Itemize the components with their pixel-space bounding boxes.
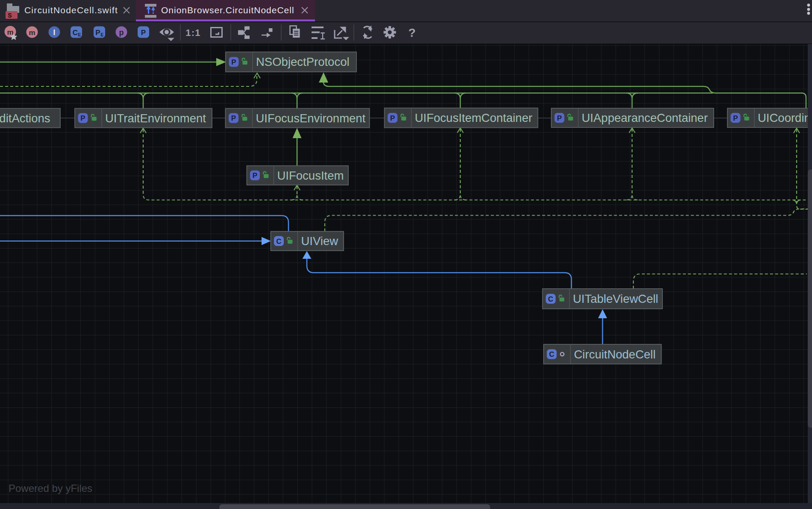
svg-text:E: E <box>100 32 103 37</box>
svg-text:m: m <box>7 28 13 36</box>
svg-text:P: P <box>231 114 236 122</box>
svg-text:UIFocusItemContainer: UIFocusItemContainer <box>415 111 533 124</box>
svg-text:P: P <box>141 29 146 37</box>
svg-text:CircuitNodeCell.swift: CircuitNodeCell.swift <box>24 5 118 15</box>
svg-text:P: P <box>80 114 85 122</box>
svg-text:OnionBrowser.CircuitNodeCell: OnionBrowser.CircuitNodeCell <box>161 5 294 15</box>
svg-text:C: C <box>276 237 281 246</box>
svg-text:C: C <box>73 29 78 37</box>
svg-text:P: P <box>557 114 562 122</box>
svg-text:CircuitNodeCell: CircuitNodeCell <box>574 348 656 361</box>
svg-text:UICoordinateSpace: UICoordinateSpace <box>758 111 812 124</box>
svg-text:?: ? <box>408 26 415 39</box>
svg-text:P: P <box>390 114 395 122</box>
svg-text:m: m <box>29 29 35 37</box>
svg-text:UIAppearanceContainer: UIAppearanceContainer <box>582 111 708 124</box>
svg-text:EditActions: EditActions <box>0 112 50 125</box>
svg-text:UIFocusEnvironment: UIFocusEnvironment <box>256 112 366 125</box>
svg-text:P: P <box>733 114 738 122</box>
svg-text:UIView: UIView <box>301 234 338 248</box>
svg-text:C: C <box>548 295 553 303</box>
svg-text:S: S <box>8 12 12 19</box>
svg-text:UITableViewCell: UITableViewCell <box>573 292 659 305</box>
svg-text:P: P <box>253 172 257 180</box>
svg-text:UITraitEnvironment: UITraitEnvironment <box>105 112 206 125</box>
svg-text:C: C <box>549 350 554 358</box>
svg-text:I: I <box>53 28 56 37</box>
svg-text:UIFocusItem: UIFocusItem <box>277 169 344 182</box>
svg-text:1:1: 1:1 <box>185 27 200 38</box>
svg-text:p: p <box>119 28 124 37</box>
svg-text:E: E <box>78 32 81 37</box>
svg-text:P: P <box>231 58 236 66</box>
svg-text:P: P <box>95 29 100 37</box>
svg-text:NSObjectProtocol: NSObjectProtocol <box>256 55 350 68</box>
svg-text:Powered by yFiles: Powered by yFiles <box>9 482 92 494</box>
